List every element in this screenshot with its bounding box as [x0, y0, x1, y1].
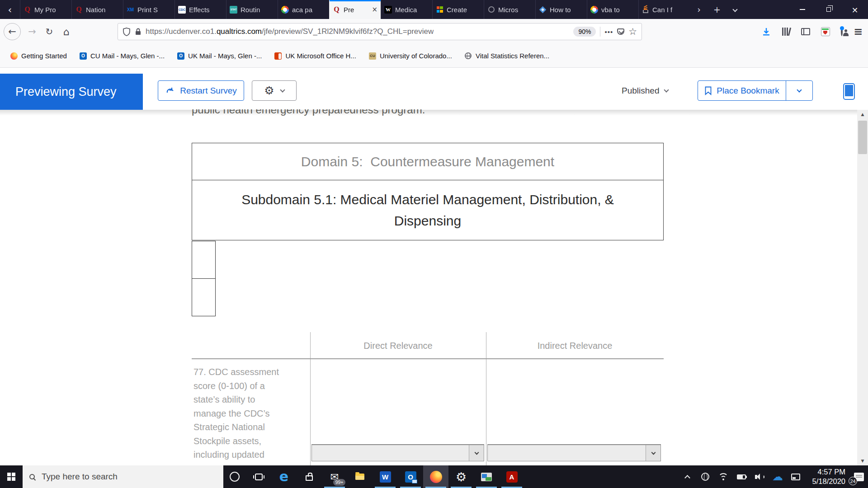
tab-medical[interactable]: W Medica [381, 0, 432, 19]
action-center: 24 [851, 470, 867, 483]
tab-routine[interactable]: STAT Routin [226, 0, 278, 19]
bookmark-cu-mail[interactable]: O CU Mail - Mays, Glen -... [75, 50, 169, 62]
tray-network-globe[interactable] [696, 465, 714, 488]
bookmark-uk-mail[interactable]: O UK Mail - Mays, Glen -... [173, 50, 266, 62]
tab-preview-active[interactable]: Q Pre × [329, 0, 381, 19]
tab-aca[interactable]: aca pa [278, 0, 329, 19]
window-close-button[interactable]: × [842, 0, 868, 19]
qualtrics-icon: Q [24, 6, 31, 14]
tab-print-survey[interactable]: XM Print S [123, 0, 175, 19]
tab-label: aca pa [292, 6, 326, 14]
tray-volume[interactable] [750, 465, 769, 488]
taskbar-clock[interactable]: 4:57 PM 5/18/2020 [805, 467, 850, 487]
task-view-button[interactable] [246, 465, 271, 488]
taskbar-file-explorer[interactable] [347, 465, 373, 488]
system-tray: ☁ 4:57 PM 5/18/2020 24 [678, 465, 868, 488]
home-button[interactable]: ⌂ [59, 23, 74, 40]
bookmark-vital-statistics[interactable]: Vital Statistics Referen... [461, 50, 553, 62]
bookmark-uk-office[interactable]: UK Microsoft Office H... [270, 50, 360, 62]
tray-touch-keyboard[interactable] [787, 465, 805, 488]
qualtrics-icon: Q [333, 6, 340, 14]
downloads-icon[interactable] [761, 27, 771, 37]
preview-options-button[interactable]: ⚙ [252, 80, 297, 101]
page-actions-button[interactable]: ••• [604, 28, 613, 36]
show-hidden-icons-button[interactable] [678, 465, 696, 488]
mobile-preview-icon[interactable] [843, 83, 855, 100]
action-center-button[interactable]: 24 [850, 465, 868, 488]
published-status-dropdown[interactable]: Published [622, 80, 668, 101]
hamburger-menu-icon[interactable]: ≡ [854, 25, 863, 38]
mcafee-extension-icon[interactable] [821, 27, 830, 36]
tracking-protection-shield-icon[interactable] [123, 28, 131, 36]
tray-wifi[interactable] [714, 465, 732, 488]
gear-icon: ⚙ [264, 84, 274, 97]
sidebar-toggle-icon[interactable] [801, 28, 810, 35]
taskbar-word[interactable]: W [373, 465, 398, 488]
cortana-button[interactable] [223, 465, 246, 488]
indirect-relevance-select[interactable] [487, 444, 661, 461]
tab-label: How to [550, 6, 584, 14]
tab-close-icon[interactable]: × [372, 5, 377, 14]
bookmark-star-icon[interactable]: ☆ [628, 26, 637, 37]
url-bar[interactable]: https://ucdenver.co1.qualtrics.com/jfe/p… [118, 23, 642, 40]
bookmark-getting-started[interactable]: Getting Started [6, 50, 71, 62]
tab-how-to[interactable]: How to [535, 0, 587, 19]
new-tab-button[interactable]: + [708, 0, 726, 19]
tab-vba[interactable]: vba to [587, 0, 638, 19]
restart-survey-button[interactable]: Restart Survey [158, 80, 244, 101]
urlbar-divider [600, 27, 600, 37]
library-icon[interactable] [782, 28, 790, 36]
account-button[interactable] [841, 28, 843, 36]
pocket-icon[interactable] [617, 28, 624, 35]
forward-button[interactable]: → [24, 23, 40, 40]
direct-relevance-select[interactable] [311, 444, 484, 461]
taskbar-mail[interactable]: ✉ 99+ [322, 465, 347, 488]
place-bookmark-dropdown[interactable] [786, 81, 812, 100]
list-all-tabs-button[interactable] [726, 0, 744, 19]
question-77-text: 77. CDC assessment score (0-100) of a st… [193, 365, 286, 462]
taskbar-firefox-active[interactable] [423, 465, 448, 488]
taskbar-outlook[interactable]: O [398, 465, 423, 488]
taskbar-acrobat[interactable]: A [499, 465, 524, 488]
taskbar-store[interactable] [297, 465, 322, 488]
tab-create[interactable]: Create [432, 0, 484, 19]
scrollbar-thumb[interactable] [858, 121, 867, 154]
lock-icon [135, 28, 142, 36]
tab-national[interactable]: Q Nation [71, 0, 123, 19]
microsoft-icon [436, 6, 443, 14]
restore-icon [826, 7, 831, 12]
window-restore-button[interactable] [816, 0, 842, 19]
tab-my-projects[interactable]: Q My Pro [20, 0, 71, 19]
tab-cdc-effects[interactable]: CDC Effects [175, 0, 226, 19]
bookmark-university-colorado[interactable]: CU University of Colorado... [365, 50, 456, 62]
url-text[interactable]: https://ucdenver.co1.qualtrics.com/jfe/p… [146, 27, 434, 36]
notification-count-badge: 24 [849, 477, 857, 485]
tray-battery[interactable] [732, 465, 750, 488]
search-input[interactable] [41, 471, 217, 482]
scrollbar-down-arrow[interactable]: ▼ [857, 456, 868, 465]
window-minimize-button[interactable] [789, 0, 816, 19]
back-button[interactable]: ← [4, 23, 21, 40]
taskbar-snip-app[interactable] [474, 465, 499, 488]
tab-can-i[interactable]: Can I f [638, 0, 690, 19]
tray-onedrive[interactable]: ☁ [769, 465, 787, 488]
taskbar-settings[interactable]: ⚙ [448, 465, 474, 488]
tab-scroll-left-button[interactable]: ‹ [0, 0, 20, 19]
taskbar-edge[interactable]: e [271, 465, 297, 488]
tab-microsoft[interactable]: Micros [484, 0, 535, 19]
scrollbar-up-arrow[interactable]: ▲ [857, 110, 868, 119]
reload-button[interactable]: ↻ [42, 23, 57, 40]
zoom-level-badge[interactable]: 90% [573, 27, 596, 37]
stat-icon: STAT [230, 6, 237, 14]
chevron-down-icon [474, 450, 479, 455]
header-shadow [0, 110, 868, 116]
tab-label: Routin [241, 6, 274, 14]
cdc-icon: CDC [178, 6, 186, 14]
tab-scroll-right-button[interactable]: › [690, 0, 708, 19]
place-bookmark-button[interactable]: Place Bookmark [698, 81, 786, 100]
select-caret [469, 445, 484, 461]
page-scrollbar[interactable]: ▲ ▼ [857, 110, 868, 465]
start-button[interactable] [0, 465, 23, 488]
url-domain: qualtrics.com [217, 27, 262, 36]
taskbar-search[interactable] [23, 465, 223, 488]
